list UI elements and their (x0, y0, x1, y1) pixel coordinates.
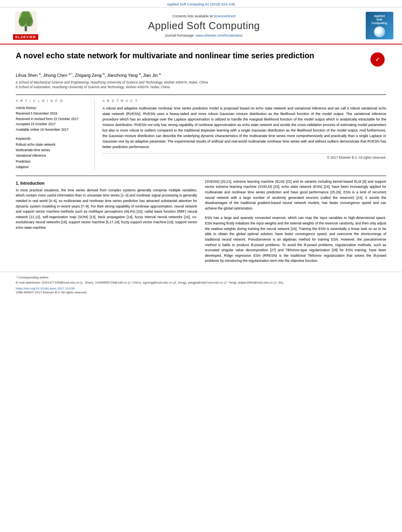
footer-corresponding: * Corresponding author. (16, 275, 386, 280)
body-left-column: 1. Introduction In most practical situat… (16, 179, 197, 264)
journal-header: ELSEVIER Contents lists available at Sci… (0, 7, 402, 44)
section1-title-text: Introduction (20, 181, 45, 185)
article-history-group: Article history: Received 5 December 201… (16, 106, 89, 132)
abstract-header: A B S T R A C T (102, 99, 386, 103)
affiliation-b: b School of Automation, Huazhong Univers… (16, 85, 386, 90)
authors-line: Lihua Shen a, Jihong Chen a,*, Zhigang Z… (16, 72, 386, 78)
footer-doi: https://doi.org/10.1016/j.asoc.2017.10.0… (16, 287, 386, 290)
footer-issn: 1568-4946/© 2017 Elsevier B.V. All right… (16, 290, 386, 295)
citation-text: Applied Soft Computing 62 (2018) 524–535 (167, 2, 235, 6)
authors-text: Lihua Shen a, Jihong Chen a,*, Zhigang Z… (16, 73, 161, 78)
journal-citation: Applied Soft Computing 62 (2018) 524–535 (0, 0, 402, 7)
homepage-label: journal homepage: (165, 33, 195, 37)
body-columns: 1. Introduction In most practical situat… (16, 179, 386, 264)
corresponding-note: * Corresponding author. (16, 276, 49, 279)
section1-para1: In most practical situations, the time s… (16, 188, 197, 231)
journal-logo-box: Applied Soft Computing (366, 12, 393, 39)
body-divider (16, 176, 386, 176)
homepage-link[interactable]: www.elsevier.com/locate/asoc (195, 33, 243, 37)
logo-circle-graphic (374, 26, 385, 37)
article-title-row: A novel echo state network for multivari… (16, 50, 386, 68)
section1-para3: ESN has a large and sparsely connected r… (205, 215, 386, 264)
keyword-5: Adaptive (16, 164, 89, 170)
copyright-line: © 2017 Elsevier B.V. All rights reserved… (102, 153, 386, 159)
article-info-column: A R T I C L E I N F O Article history: R… (16, 99, 95, 170)
journal-homepage: journal homepage: www.elsevier.com/locat… (47, 33, 361, 37)
accepted-date: Accepted 23 October 2017 (16, 122, 89, 127)
elsevier-logo: ELSEVIER (8, 11, 43, 40)
sciencedirect-link[interactable]: ScienceDirect (214, 14, 236, 18)
keyword-3: Variational inference (16, 153, 89, 158)
footer: * Corresponding author. E-mail addresses… (0, 272, 402, 298)
contents-text: Contents lists available at (172, 14, 212, 18)
article-area: A novel echo state network for multivari… (0, 44, 402, 268)
affiliations: a School of Mechanical Science and Engin… (16, 80, 386, 90)
logo-computing-text: Computing (372, 21, 387, 25)
journal-logo-right: Applied Soft Computing (365, 12, 394, 39)
crossmark-icon: ✓ (370, 52, 385, 67)
contents-available-line: Contents lists available at ScienceDirec… (47, 14, 361, 18)
body-right-column: (SVESM) [20,21], extreme learning machin… (205, 179, 386, 264)
article-info-abstract-section: A R T I C L E I N F O Article history: R… (16, 95, 386, 170)
svg-rect-1 (24, 26, 27, 32)
section1-para2: (SVESM) [20,21], extreme learning machin… (205, 179, 386, 211)
keyword-1: Robust echo state network (16, 142, 89, 147)
keywords-group: Keywords: Robust echo state network Mult… (16, 137, 89, 170)
page: Applied Soft Computing 62 (2018) 524–535… (0, 0, 402, 532)
logo-soft-text: Soft (376, 18, 382, 21)
elsevier-tree-icon (15, 11, 37, 33)
journal-center-info: Contents lists available at ScienceDirec… (47, 14, 361, 37)
affiliation-a: a School of Mechanical Science and Engin… (16, 80, 386, 85)
elsevier-brand-label: ELSEVIER (13, 34, 39, 40)
homepage-url: www.elsevier.com/locate/asoc (195, 33, 243, 37)
keyword-2: Multivariate time series (16, 147, 89, 153)
section1-title: 1. Introduction (16, 181, 197, 185)
keywords-title: Keywords: (16, 137, 89, 141)
article-title: A novel echo state network for multivari… (16, 50, 365, 61)
email-addresses: D201477195@hust.edu.cn (L. Shen), 133086… (42, 281, 284, 284)
abstract-text: A robust and adaptive multivariate nonli… (102, 106, 386, 150)
crossmark-badge[interactable]: ✓ (370, 52, 386, 68)
available-date: Available online 16 November 2017 (16, 127, 89, 133)
received-date: Received 5 December 2016 (16, 111, 89, 117)
abstract-column: A B S T R A C T A robust and adaptive mu… (102, 99, 386, 170)
article-info-header: A R T I C L E I N F O (16, 99, 89, 103)
logo-applied-text: Applied (374, 14, 385, 18)
footer-emails: E-mail addresses: D201477195@hust.edu.cn… (16, 280, 386, 285)
article-history-title: Article history: (16, 106, 89, 110)
revised-date: Received in revised form 22 October 2017 (16, 117, 89, 122)
section1-number: 1. (16, 181, 19, 185)
keyword-4: Prediction (16, 159, 89, 164)
sciencedirect-label: ScienceDirect (214, 14, 236, 18)
email-label: E-mail addresses: (16, 281, 41, 284)
journal-title: Applied Soft Computing (47, 20, 361, 32)
